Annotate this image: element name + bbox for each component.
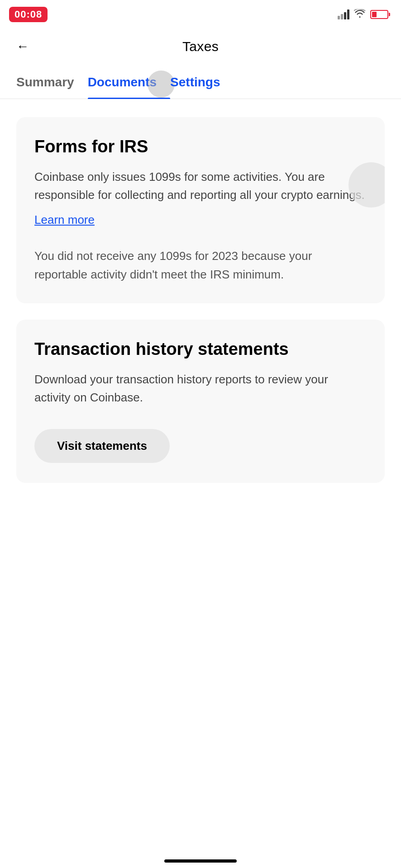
forms-irs-secondary: You did not receive any 1099s for 2023 b… <box>34 247 367 283</box>
signal-icon <box>338 9 349 19</box>
battery-fill <box>372 12 377 17</box>
forms-irs-body: Coinbase only issues 1099s for some acti… <box>34 168 367 204</box>
status-time: 00:08 <box>9 7 48 22</box>
content-area: Forms for IRS Coinbase only issues 1099s… <box>0 99 401 501</box>
forms-irs-title: Forms for IRS <box>34 137 367 157</box>
visit-statements-button[interactable]: Visit statements <box>34 429 170 463</box>
signal-bar-1 <box>338 16 340 19</box>
forms-irs-card: Forms for IRS Coinbase only issues 1099s… <box>16 117 385 303</box>
transaction-history-body: Download your transaction history report… <box>34 370 367 407</box>
status-bar: 00:08 <box>0 0 401 27</box>
status-icons <box>338 9 388 20</box>
learn-more-link[interactable]: Learn more <box>34 213 95 227</box>
back-arrow-icon: ← <box>16 39 29 54</box>
battery-icon <box>370 10 388 19</box>
signal-bar-4 <box>347 9 349 19</box>
tab-settings[interactable]: Settings <box>170 75 234 99</box>
home-indicator <box>164 859 237 863</box>
tab-summary[interactable]: Summary <box>16 75 88 99</box>
wifi-icon <box>354 9 366 20</box>
nav-header: ← Taxes <box>0 32 401 61</box>
back-button[interactable]: ← <box>13 36 33 57</box>
transaction-history-title: Transaction history statements <box>34 340 367 359</box>
tabs-container: Summary Documents Settings <box>0 75 401 99</box>
tab-documents[interactable]: Documents <box>88 75 170 99</box>
signal-bar-3 <box>344 12 346 19</box>
signal-bar-2 <box>341 14 343 19</box>
transaction-history-card: Transaction history statements Download … <box>16 320 385 483</box>
page-title: Taxes <box>182 39 219 54</box>
